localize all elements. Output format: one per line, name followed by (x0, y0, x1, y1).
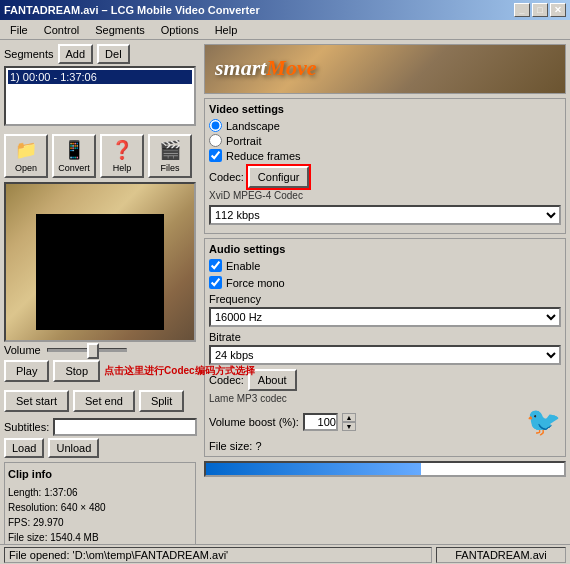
video-settings-title: Video settings (209, 103, 561, 115)
chinese-text: 点击这里进行Codec编码方式选择 (104, 364, 255, 378)
del-button[interactable]: Del (97, 44, 130, 64)
clip-info-length: Length: 1:37:06 (8, 485, 192, 500)
audio-settings-panel: Audio settings Enable Force mono Frequen… (204, 238, 566, 457)
spin-up-button[interactable]: ▲ (342, 413, 356, 422)
configure-button[interactable]: Configur (248, 166, 310, 188)
menu-options[interactable]: Options (155, 22, 205, 38)
spin-down-button[interactable]: ▼ (342, 422, 356, 431)
frequency-select[interactable]: 16000 Hz (209, 307, 561, 327)
convert-label: Convert (58, 163, 90, 173)
unload-button[interactable]: Unload (48, 438, 99, 458)
menu-segments[interactable]: Segments (89, 22, 151, 38)
title-bar-buttons: _ □ ✕ (514, 3, 566, 17)
audio-bitrate-select[interactable]: 24 kbps (209, 345, 561, 365)
close-button[interactable]: ✕ (550, 3, 566, 17)
subtitles-label: Subtitles: (4, 421, 49, 433)
audio-codec-info: Lame MP3 codec (209, 393, 561, 404)
status-right: FANTADREAM.avi (436, 547, 566, 563)
volume-boost-row: Volume boost (%): ▲ ▼ 🐦 (209, 408, 561, 436)
maximize-button[interactable]: □ (532, 3, 548, 17)
enable-label: Enable (226, 260, 260, 272)
list-item[interactable]: 1) 00:00 - 1:37:06 (8, 70, 192, 84)
mascot: 🐦 (526, 408, 561, 436)
progress-bar-fill (206, 463, 421, 475)
add-button[interactable]: Add (58, 44, 94, 64)
play-button[interactable]: Play (4, 360, 49, 382)
files-button[interactable]: 🎬 Files (148, 134, 192, 178)
status-left: File opened: 'D:\om\temp\FANTADREAM.avi' (4, 547, 432, 563)
volume-boost-label: Volume boost (%): (209, 416, 299, 428)
progress-bar (204, 461, 566, 477)
help-icon: ❓ (111, 139, 133, 161)
toolbar-row: 📁 Open 📱 Convert ❓ Help 🎬 Files (4, 130, 196, 182)
volume-slider[interactable] (47, 348, 127, 352)
right-panel: smartMove Video settings Landscape Portr… (200, 40, 570, 524)
landscape-label: Landscape (226, 120, 280, 132)
portrait-row: Portrait (209, 134, 561, 147)
segments-section: Segments Add Del 1) 00:00 - 1:37:06 (4, 44, 196, 126)
clip-info-title: Clip info (8, 466, 192, 483)
load-button[interactable]: Load (4, 438, 44, 458)
subtitles-input[interactable] (53, 418, 197, 436)
force-mono-checkbox[interactable] (209, 276, 222, 289)
set-start-button[interactable]: Set start (4, 390, 69, 412)
file-size: File size: ? (209, 440, 561, 452)
stop-button[interactable]: Stop (53, 360, 100, 382)
force-mono-label: Force mono (226, 277, 285, 289)
clip-info-filesize: File size: 1540.4 MB (8, 530, 192, 545)
codec-row: Codec: Configur (209, 166, 561, 188)
slider-thumb (87, 343, 99, 359)
audio-settings-title: Audio settings (209, 243, 561, 255)
force-mono-row: Force mono (209, 276, 561, 289)
open-label: Open (15, 163, 37, 173)
convert-icon: 📱 (63, 139, 85, 161)
subtitles-header: Subtitles: (4, 418, 196, 436)
segment-control-row: Set start Set end Split (4, 388, 196, 414)
volume-label: Volume (4, 344, 41, 356)
landscape-row: Landscape (209, 119, 561, 132)
left-panel: Segments Add Del 1) 00:00 - 1:37:06 📁 Op… (0, 40, 200, 524)
codec-label: Codec: (209, 171, 244, 183)
open-button[interactable]: 📁 Open (4, 134, 48, 178)
clip-info-fps: FPS: 29.970 (8, 515, 192, 530)
audio-codec-row: Codec: About (209, 369, 561, 391)
reduce-frames-row: Reduce frames (209, 149, 561, 162)
segments-header: Segments Add Del (4, 44, 196, 64)
help-button[interactable]: ❓ Help (100, 134, 144, 178)
menu-control[interactable]: Control (38, 22, 85, 38)
status-bar: File opened: 'D:\om\temp\FANTADREAM.avi'… (0, 544, 570, 564)
set-end-button[interactable]: Set end (73, 390, 135, 412)
menu-file[interactable]: File (4, 22, 34, 38)
portrait-radio[interactable] (209, 134, 222, 147)
help-label: Help (113, 163, 132, 173)
title-bar: FANTADREAM.avi – LCG Mobile Video Conver… (0, 0, 570, 20)
enable-checkbox[interactable] (209, 259, 222, 272)
subtitles-section: Subtitles: Load Unload (4, 418, 196, 458)
video-settings-panel: Video settings Landscape Portrait Reduce… (204, 98, 566, 234)
about-button[interactable]: About (248, 369, 297, 391)
minimize-button[interactable]: _ (514, 3, 530, 17)
files-label: Files (160, 163, 179, 173)
clip-info-resolution: Resolution: 640 × 480 (8, 500, 192, 515)
convert-button[interactable]: 📱 Convert (52, 134, 96, 178)
landscape-radio[interactable] (209, 119, 222, 132)
video-bitrate-select[interactable]: 112 kbps (209, 205, 561, 225)
portrait-label: Portrait (226, 135, 261, 147)
segments-label: Segments (4, 48, 54, 60)
bitrate-label: Bitrate (209, 331, 561, 343)
video-inner (36, 214, 164, 330)
logo-area: smartMove (204, 44, 566, 94)
menu-help[interactable]: Help (209, 22, 244, 38)
volume-boost-input[interactable] (303, 413, 338, 431)
window-title: FANTADREAM.avi – LCG Mobile Video Conver… (4, 4, 260, 16)
volume-row: Volume (4, 342, 196, 358)
control-row: Play Stop 点击这里进行Codec编码方式选择 (4, 358, 196, 384)
split-button[interactable]: Split (139, 390, 184, 412)
open-icon: 📁 (15, 139, 37, 161)
spin-buttons: ▲ ▼ (342, 413, 356, 431)
frequency-label: Frequency (209, 293, 561, 305)
reduce-frames-checkbox[interactable] (209, 149, 222, 162)
menu-bar: File Control Segments Options Help (0, 20, 570, 40)
segments-list[interactable]: 1) 00:00 - 1:37:06 (4, 66, 196, 126)
enable-row: Enable (209, 259, 561, 272)
